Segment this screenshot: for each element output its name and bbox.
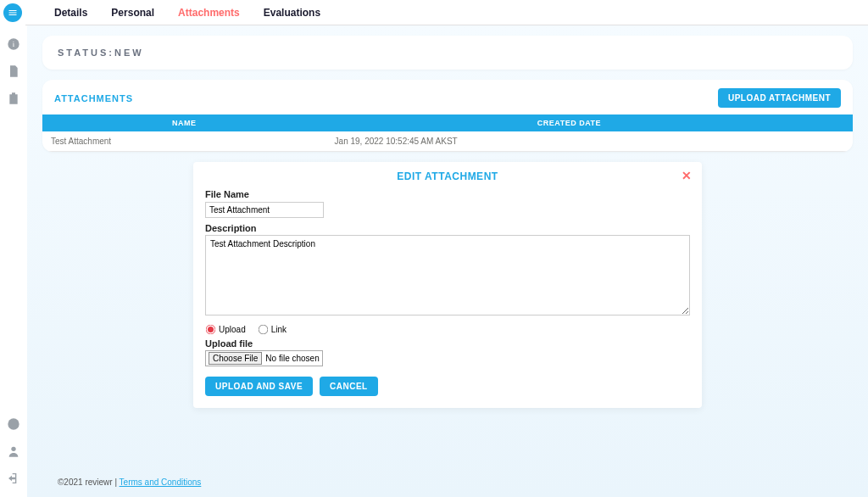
logout-icon[interactable]	[7, 472, 20, 485]
radio-upload[interactable]: Upload	[205, 324, 246, 335]
upload-file-label: Upload file	[205, 338, 690, 349]
tab-details[interactable]: Details	[42, 7, 99, 19]
upload-and-save-button[interactable]: UPLOAD AND SAVE	[205, 377, 313, 396]
col-actions	[812, 114, 853, 131]
cell-actions	[812, 131, 853, 152]
edit-attachment-panel: EDIT ATTACHMENT ✕ File Name Description …	[193, 162, 702, 408]
topbar: Details Personal Attachments Evaluations	[0, 0, 868, 25]
status-label: STATUS:NEW	[58, 47, 837, 58]
sidebar: i	[0, 25, 27, 497]
tab-evaluations[interactable]: Evaluations	[252, 7, 332, 19]
filename-input[interactable]	[205, 202, 324, 218]
app-logo[interactable]	[0, 0, 25, 25]
user-icon[interactable]	[7, 444, 20, 458]
content: STATUS:NEW ATTACHMENTS UPLOAD ATTACHMENT…	[27, 25, 868, 497]
edit-title: EDIT ATTACHMENT	[205, 170, 690, 189]
tab-personal[interactable]: Personal	[99, 7, 166, 19]
logo-icon	[3, 3, 22, 22]
attachments-table: NAME CREATED DATE Test Attachment Jan 19…	[42, 114, 853, 152]
document-icon[interactable]	[7, 64, 20, 78]
help-icon[interactable]	[7, 417, 20, 431]
svg-point-2	[8, 418, 19, 429]
filename-label: File Name	[205, 189, 690, 199]
attachments-title: ATTACHMENTS	[54, 93, 133, 103]
clipboard-icon[interactable]	[7, 92, 20, 105]
choose-file-button[interactable]: Choose File	[209, 352, 262, 365]
col-name: NAME	[42, 114, 326, 131]
close-icon[interactable]: ✕	[682, 169, 692, 182]
attachments-panel: ATTACHMENTS UPLOAD ATTACHMENT NAME CREAT…	[42, 80, 853, 152]
tab-attachments[interactable]: Attachments	[166, 7, 252, 19]
svg-point-3	[11, 447, 15, 451]
upload-attachment-button[interactable]: UPLOAD ATTACHMENT	[718, 88, 841, 108]
footer-copyright: ©2021 reviewr |	[58, 477, 120, 487]
footer: ©2021 reviewr | Terms and Conditions	[42, 472, 853, 490]
info-icon[interactable]: i	[7, 37, 20, 51]
description-textarea[interactable]	[205, 235, 690, 316]
terms-link[interactable]: Terms and Conditions	[120, 477, 202, 487]
description-label: Description	[205, 223, 690, 233]
cell-date: Jan 19, 2022 10:52:45 AM AKST	[326, 131, 813, 152]
cell-name: Test Attachment	[42, 131, 326, 152]
col-date: CREATED DATE	[326, 114, 813, 131]
file-input-row[interactable]: Choose File No file chosen	[205, 350, 323, 366]
status-card: STATUS:NEW	[42, 36, 853, 70]
radio-link[interactable]: Link	[258, 324, 287, 335]
file-status: No file chosen	[265, 354, 319, 363]
upload-mode-radios: Upload Link	[205, 324, 690, 335]
table-row[interactable]: Test Attachment Jan 19, 2022 10:52:45 AM…	[42, 131, 853, 152]
top-nav: Details Personal Attachments Evaluations	[42, 7, 332, 19]
cancel-button[interactable]: CANCEL	[320, 377, 378, 396]
